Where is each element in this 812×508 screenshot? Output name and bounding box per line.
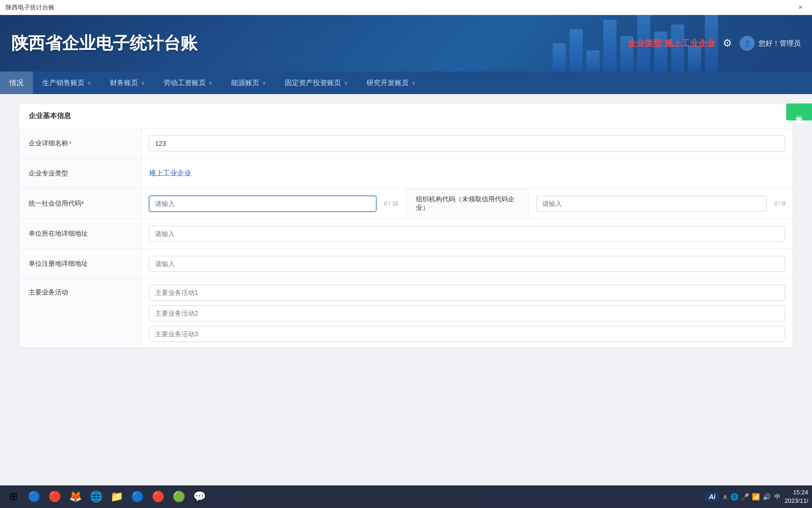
credit-code-value: 0 / 18	[141, 189, 406, 218]
header-bar-0	[553, 43, 566, 71]
registered-address-label: 单位注册地详细地址	[19, 249, 141, 278]
header-right: 企业类型:规上工业企业 ⚙ 👤 您好！管理员	[628, 36, 801, 51]
clock-date: 2023/11/	[784, 497, 808, 505]
nav-item-2[interactable]: 财务账页∨	[101, 71, 154, 94]
code-row: 统一社会信用代码 * 0 / 18 组织机构代码（未领取信用代码企业） 0 / …	[19, 189, 793, 219]
media-app-taskbar[interactable]: 🔴	[45, 487, 64, 506]
nav-chevron-3: ∨	[209, 80, 212, 86]
credit-code-counter: 0 / 18	[384, 200, 398, 207]
registered-address-value	[141, 249, 793, 278]
firefox-taskbar[interactable]: 🦊	[66, 487, 85, 506]
enterprise-name-value	[141, 128, 793, 158]
form-card: 企业基本信息 企业详细名称 * 企业专业类型 规上工业企业 统一社会	[19, 103, 793, 349]
app-title: 陕西省企业电子统计台账	[11, 32, 197, 55]
enterprise-name-input[interactable]	[149, 135, 785, 151]
main-nav: 情况生产销售账页∨财务账页∨劳动工资账页∨能源账页∨固定资产投资账页∨研究开发账…	[0, 71, 812, 94]
org-code-counter: 0 / 9	[774, 200, 785, 207]
nav-chevron-5: ∨	[344, 80, 348, 86]
up-arrow-icon: ∧	[723, 493, 727, 500]
enterprise-type-label: 企业专业类型	[19, 159, 141, 188]
taskbar-clock: 15:24 2023/11/	[784, 488, 808, 505]
activity-row: 主要业务活动	[19, 279, 793, 348]
edge-taskbar[interactable]: 🌐	[86, 487, 105, 506]
enterprise-type-row: 企业专业类型 规上工业企业	[19, 159, 793, 189]
org-code-cell: 组织机构代码（未领取信用代码企业） 0 / 9	[406, 189, 793, 218]
activity-input-1[interactable]	[149, 285, 785, 301]
nav-chevron-4: ∨	[262, 80, 266, 86]
registered-address-input[interactable]	[149, 256, 785, 272]
browser-app-taskbar[interactable]: 🔵	[24, 487, 43, 506]
org-code-input[interactable]	[536, 196, 767, 212]
main-content: 保存基本 企业基本信息 企业详细名称 * 企业专业类型 规上工业企业	[0, 94, 812, 470]
header: 陕西省企业电子统计台账 企业类型:规上工业企业 ⚙ 👤 您好！管理员	[0, 15, 812, 71]
enterprise-type-value: 规上工业企业	[141, 159, 793, 188]
activity-input-2[interactable]	[149, 305, 785, 321]
taskbar: ⊞🔵🔴🦊🌐📁🔵🔴🟢💬 Ai ∧ 🌐 🎤 📶 🔊 中 15:24 2023/11/	[0, 485, 812, 508]
activity-input-3[interactable]	[149, 326, 785, 342]
taskbar-right: Ai ∧ 🌐 🎤 📶 🔊 中 15:24 2023/11/	[705, 488, 808, 505]
close-button[interactable]: ×	[795, 3, 806, 12]
credit-code-input[interactable]	[149, 196, 376, 212]
nav-chevron-1: ∨	[87, 80, 91, 86]
enterprise-name-label: 企业详细名称 *	[19, 128, 141, 158]
nav-item-4[interactable]: 能源账页∨	[222, 71, 275, 94]
activity-section: 主要业务活动	[19, 279, 793, 348]
nav-item-1[interactable]: 生产销售账页∨	[33, 71, 101, 94]
registered-address-row: 单位注册地详细地址	[19, 249, 793, 279]
org-code-label: 组织机构代码（未领取信用代码企业）	[406, 189, 529, 218]
save-basic-button[interactable]: 保存基本	[786, 103, 812, 120]
mic-icon: 🎤	[741, 493, 749, 500]
enterprise-type-badge: 企业类型:规上工业企业	[628, 38, 715, 49]
nav-item-3[interactable]: 劳动工资账页∨	[154, 71, 222, 94]
detail-address-value	[141, 219, 793, 248]
volume-icon: 🔊	[763, 493, 771, 500]
app6-taskbar[interactable]: 🔴	[148, 487, 167, 506]
nav-chevron-2: ∨	[141, 80, 145, 86]
task-view-taskbar[interactable]: ⊞	[4, 487, 23, 506]
detail-address-label: 单位所在地详细地址	[19, 219, 141, 248]
activity-inputs	[141, 279, 793, 348]
header-bar-2	[586, 50, 600, 71]
enterprise-type-text: 规上工业企业	[149, 169, 191, 178]
detail-address-input[interactable]	[149, 226, 785, 242]
taskbar-start: ⊞🔵🔴🦊🌐📁🔵🔴🟢💬	[4, 487, 209, 506]
enterprise-name-row: 企业详细名称 *	[19, 128, 793, 159]
credit-code-cell: 统一社会信用代码 * 0 / 18	[19, 189, 406, 218]
app7-taskbar[interactable]: 🟢	[169, 487, 188, 506]
org-code-value: 0 / 9	[529, 189, 793, 218]
network-icon: 🌐	[730, 493, 738, 500]
settings-icon[interactable]: ⚙	[723, 37, 732, 49]
taskbar-sys-icons: ∧ 🌐 🎤 📶 🔊	[723, 493, 771, 500]
user-greeting: 您好！管理员	[758, 39, 801, 48]
lang-indicator: 中	[774, 492, 781, 501]
nav-item-0[interactable]: 情况	[0, 71, 33, 94]
wifi-icon: 📶	[752, 493, 760, 500]
section-title: 企业基本信息	[19, 104, 793, 128]
nav-item-6[interactable]: 研究开发账页∨	[357, 71, 425, 94]
title-bar: 陕西电子统计台账 ×	[0, 0, 812, 15]
credit-code-label: 统一社会信用代码 *	[19, 189, 141, 218]
window-title: 陕西电子统计台账	[6, 3, 795, 12]
avatar: 👤	[740, 36, 755, 51]
required-mark: *	[69, 140, 71, 147]
nav-chevron-6: ∨	[412, 80, 415, 86]
files-taskbar[interactable]: 📁	[107, 487, 126, 506]
nav-item-5[interactable]: 固定资产投资账页∨	[275, 71, 357, 94]
activity-label: 主要业务活动	[19, 279, 141, 348]
detail-address-row: 单位所在地详细地址	[19, 219, 793, 249]
clock-time: 15:24	[784, 488, 808, 497]
ai-badge: Ai	[705, 492, 719, 501]
header-bar-3	[603, 20, 617, 71]
app5-taskbar[interactable]: 🔵	[128, 487, 147, 506]
user-info: 👤 您好！管理员	[740, 36, 801, 51]
header-bar-1	[570, 29, 583, 71]
wechat-taskbar[interactable]: 💬	[190, 487, 209, 506]
